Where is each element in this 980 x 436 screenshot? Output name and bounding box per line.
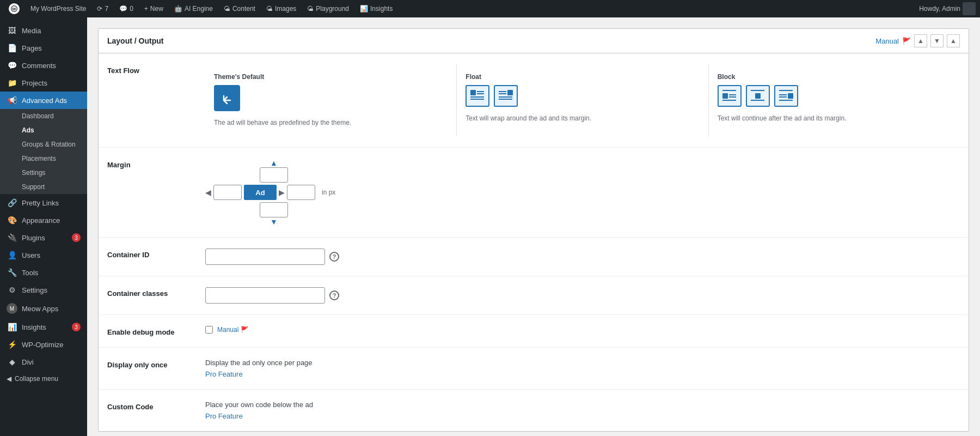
sidebar-item-wp-optimize[interactable]: ⚡ WP-Optimize [0,336,87,353]
insights2-badge: 3 [72,323,81,331]
collapse-menu-button[interactable]: ◀ Collapse menu [0,371,87,387]
manual-badge: Manual 🚩 [217,326,249,334]
sidebar-sub-placements[interactable]: Placements [0,152,87,166]
custom-code-pro-link[interactable]: Pro Feature [205,412,243,420]
container-classes-label: Container classes [107,287,205,298]
sidebar-item-media[interactable]: 🖼 Media [0,22,87,39]
debug-mode-checkbox[interactable] [205,326,213,334]
sidebar-item-appearance[interactable]: 🎨 Appearance [0,211,87,229]
sidebar-sub-support[interactable]: Support [0,180,87,194]
new-label: New [150,5,163,13]
sidebar-item-plugins[interactable]: 🔌 Plugins 3 [0,229,87,246]
text-flow-options: Theme's Default The ad will behave as pr… [205,64,960,136]
panel-body: Text Flow Theme's Default [99,53,969,431]
text-flow-themes-default[interactable]: Theme's Default The ad will behave as pr… [205,64,457,136]
sidebar-appearance-label: Appearance [22,216,60,225]
custom-code-label: Custom Code [107,401,205,411]
layout-output-panel: Layout / Output Manual 🚩 ▲ ▼ ▲ Text Flow [98,28,969,432]
sidebar-item-users[interactable]: 👤 Users [0,246,87,264]
custom-code-content: Place your own code below the ad Pro Fea… [205,401,960,420]
topbar-left: W My WordPress Site ⟳ 7 💬 0 + New 🤖 AI E… [4,0,919,17]
site-name-link[interactable]: My WordPress Site [26,0,90,17]
sidebar-item-projects[interactable]: 📁 Projects [0,74,87,92]
margin-top-input[interactable]: 0 [260,167,288,183]
comments-link[interactable]: 💬 0 [115,0,138,17]
sidebar-sub-ads[interactable]: Ads [0,123,87,137]
meow-apps-icon: M [7,303,17,314]
container-classes-section: Container classes ? [99,276,969,315]
panel-header-actions: Manual 🚩 ▲ ▼ ▲ [875,34,960,47]
margin-bottom-row: 0 ▼ [205,202,314,226]
sidebar-item-pages[interactable]: 📄 Pages [0,39,87,57]
margin-left-input[interactable]: 0 [213,185,242,200]
ads-label: Ads [22,126,34,134]
ai-engine-link[interactable]: 🤖 AI Engine [170,0,217,17]
sidebar-item-pretty-links[interactable]: 🔗 Pretty Links [0,194,87,211]
wp-logo-icon: W [9,3,20,14]
sidebar-pages-label: Pages [22,44,42,52]
sidebar-item-advanced-ads[interactable]: 📢 Advanced Ads [0,92,87,109]
settings-label: Settings [22,169,45,177]
sidebar-settings2-label: Settings [22,286,47,294]
wp-optimize-icon: ⚡ [7,340,17,349]
notifications-link[interactable]: ⟳ 7 [93,0,113,17]
margin-bottom-input[interactable]: 0 [260,202,288,217]
settings2-icon: ⚙ [7,286,17,294]
notif-count: 7 [105,5,108,13]
sidebar-sub-groups-rotation[interactable]: Groups & Rotation [0,137,87,152]
sidebar-item-divi[interactable]: ◆ Divi [0,353,87,371]
float-right-icon [494,85,518,107]
collapse-icon: ◀ [7,375,11,383]
sidebar-item-comments[interactable]: 💬 Comments [0,57,87,74]
svg-rect-18 [755,93,761,99]
playground-link[interactable]: 🌤 Playground [303,0,353,17]
block-center-icon [746,85,770,107]
insights-topbar-label: Insights [370,5,393,13]
display-only-once-section: Display only once Display the ad only on… [99,348,969,390]
sidebar-item-settings2[interactable]: ⚙ Settings [0,281,87,299]
text-flow-block[interactable]: Block [709,64,960,136]
ai-engine-icon: 🤖 [174,5,182,13]
support-label: Support [22,183,45,191]
text-flow-float[interactable]: Float [457,64,708,136]
custom-code-section: Custom Code Place your own code below th… [99,390,969,431]
tools-icon: 🔧 [7,268,17,277]
custom-code-desc: Place your own code below the ad [205,401,960,409]
sidebar-item-tools[interactable]: 🔧 Tools [0,264,87,281]
container-id-input[interactable] [205,249,325,265]
margin-right-input[interactable]: 0 [287,185,315,200]
panel-arrow-down-button[interactable]: ▼ [930,34,944,47]
container-id-help-icon[interactable]: ? [329,252,339,262]
margin-bottom-arrow-down: ▼ [270,217,278,226]
panel-arrow-up-button[interactable]: ▲ [914,34,927,47]
site-name: My WordPress Site [30,5,86,13]
container-classes-help-icon[interactable]: ? [329,290,339,300]
playground-label: Playground [316,5,349,13]
text-flow-label: Text Flow [107,64,205,75]
block-left-icon [718,85,742,107]
block-desc: Text will continue after the ad and its … [718,113,951,123]
sidebar-item-insights2[interactable]: 📊 Insights 3 [0,318,87,336]
sidebar: 🖼 Media 📄 Pages 💬 Comments 📁 Projects 📢 … [0,17,87,436]
plus-icon: + [144,5,148,13]
sidebar-sub-settings[interactable]: Settings [0,166,87,180]
plugins-icon: 🔌 [7,233,17,242]
svg-rect-2 [470,90,476,95]
panel-collapse-button[interactable]: ▲ [947,34,960,47]
pages-icon: 📄 [7,44,17,52]
sidebar-item-meow-apps[interactable]: M Meow Apps [0,299,87,318]
ai-engine-label: AI Engine [185,5,213,13]
images-link[interactable]: 🌤 Images [262,0,301,17]
svg-text:W: W [12,7,16,11]
new-content-link[interactable]: + New [140,0,168,17]
content-link[interactable]: 🌤 Content [219,0,260,17]
insights-topbar-link[interactable]: 📊 Insights [356,0,397,17]
sidebar-sub-dashboard[interactable]: Dashboard [0,109,87,123]
sidebar-submenu-advanced-ads: Dashboard Ads Groups & Rotation Placemen… [0,109,87,194]
insights2-icon: 📊 [7,323,17,331]
sidebar-projects-label: Projects [22,79,47,87]
display-only-once-pro-link[interactable]: Pro Feature [205,370,243,378]
manual-badge-label: Manual [217,326,238,334]
container-classes-input[interactable] [205,287,325,304]
wp-logo-button[interactable]: W [4,0,24,17]
